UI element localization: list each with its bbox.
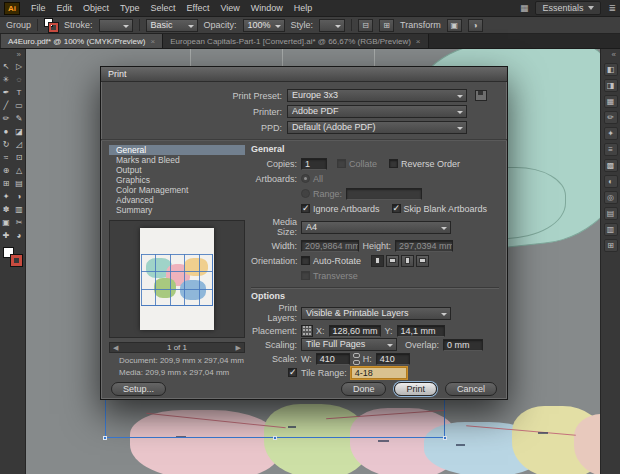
dialog-section-advanced[interactable]: Advanced xyxy=(109,195,245,205)
rotate-tool[interactable]: ↻ xyxy=(0,138,12,150)
height-input[interactable]: 297,0394 mm xyxy=(395,240,453,252)
preview-page[interactable] xyxy=(140,228,214,330)
menu-file[interactable]: File xyxy=(26,1,51,15)
scale-tool[interactable]: ◿ xyxy=(13,138,25,150)
scale-h-input[interactable]: 410 xyxy=(376,353,410,365)
document-tab-a4euro[interactable]: A4Euro.pdf* @ 100% (CMYK/Preview) × xyxy=(1,34,163,48)
previous-page-icon[interactable]: ◀ xyxy=(113,344,118,352)
menu-window[interactable]: Window xyxy=(246,1,288,15)
constrain-proportions-icon[interactable] xyxy=(353,353,360,365)
fill-stroke-proxy[interactable] xyxy=(44,18,58,32)
swatches-panel-icon[interactable]: ▦ xyxy=(604,95,618,108)
printer-dropdown[interactable]: Adobe PDF xyxy=(287,105,467,118)
transform-label[interactable]: Transform xyxy=(400,20,441,30)
graphic-styles-panel-icon[interactable]: ▤ xyxy=(604,207,618,220)
mesh-tool[interactable]: ⊞ xyxy=(0,177,12,189)
stroke-panel-icon[interactable]: ≡ xyxy=(604,143,618,156)
dialog-section-color-management[interactable]: Color Management xyxy=(109,185,245,195)
stroke-swatch[interactable] xyxy=(49,23,58,32)
symbols-panel-icon[interactable]: ✦ xyxy=(604,127,618,140)
align-icon[interactable]: ⊟ xyxy=(358,19,373,32)
free-transform-tool[interactable]: ⊡ xyxy=(13,151,25,163)
dialog-section-output[interactable]: Output xyxy=(109,165,245,175)
expand-panels-icon[interactable]: « xyxy=(608,50,620,60)
selection-tool[interactable]: ↖ xyxy=(0,60,12,72)
stroke-weight-dropdown[interactable] xyxy=(99,19,133,32)
menu-edit[interactable]: Edit xyxy=(52,1,78,15)
scaling-dropdown[interactable]: Tile Full Pages xyxy=(301,338,397,351)
done-button[interactable]: Done xyxy=(341,382,387,396)
type-tool[interactable]: T xyxy=(13,86,25,98)
scale-w-input[interactable]: 410 xyxy=(316,353,350,365)
eraser-tool[interactable]: ◪ xyxy=(13,125,25,137)
collate-checkbox[interactable] xyxy=(337,159,346,168)
blob-brush-tool[interactable]: ● xyxy=(0,125,12,137)
setup-button[interactable]: Setup... xyxy=(111,382,166,396)
reverse-order-checkbox[interactable] xyxy=(389,159,398,168)
close-tab-icon[interactable]: × xyxy=(151,37,156,46)
paintbrush-tool[interactable]: ✏ xyxy=(0,112,12,124)
zoom-tool[interactable]: ◕ xyxy=(13,229,25,241)
arrange-documents-icon[interactable]: ▦ xyxy=(520,3,529,13)
skip-blank-artboards-checkbox[interactable] xyxy=(392,204,401,213)
lasso-tool[interactable]: ◌ xyxy=(13,73,25,85)
artboards-range-input[interactable] xyxy=(346,188,422,200)
style-dropdown[interactable] xyxy=(319,19,345,32)
menu-object[interactable]: Object xyxy=(78,1,114,15)
orientation-portrait-icon[interactable] xyxy=(371,255,384,267)
ppd-dropdown[interactable]: Default (Adobe PDF) xyxy=(287,121,467,134)
isolate-icon[interactable]: ▣ xyxy=(447,19,462,32)
media-size-dropdown[interactable]: A4 xyxy=(301,221,451,234)
brush-dropdown[interactable]: Basic xyxy=(146,19,198,32)
collapse-tools-icon[interactable]: » xyxy=(13,50,25,60)
menu-type[interactable]: Type xyxy=(115,1,145,15)
brushes-panel-icon[interactable]: ✏ xyxy=(604,111,618,124)
color-guide-panel-icon[interactable]: ◨ xyxy=(604,79,618,92)
close-tab-icon[interactable]: × xyxy=(416,37,421,46)
next-page-icon[interactable]: ▶ xyxy=(236,344,241,352)
placement-y-input[interactable]: 14,1 mm xyxy=(397,325,445,337)
line-segment-tool[interactable]: ╱ xyxy=(0,99,12,111)
eyedropper-tool[interactable]: ✦ xyxy=(0,190,12,202)
dialog-section-marks-and-bleed[interactable]: Marks and Bleed xyxy=(109,155,245,165)
workspace-switcher[interactable]: Essentials xyxy=(535,1,601,15)
artboard-tool[interactable]: ▣ xyxy=(0,216,12,228)
selection-handle[interactable] xyxy=(443,436,447,440)
recolor-icon[interactable]: ◑ xyxy=(468,19,483,32)
print-button[interactable]: Print xyxy=(394,382,437,396)
column-graph-tool[interactable]: ▥ xyxy=(13,203,25,215)
color-panel-icon[interactable]: ◧ xyxy=(604,63,618,76)
symbol-sprayer-tool[interactable]: ✽ xyxy=(0,203,12,215)
orientation-landscape-icon[interactable] xyxy=(386,255,399,267)
dialog-section-general[interactable]: General xyxy=(109,145,245,155)
menu-help[interactable]: Help xyxy=(289,1,318,15)
dialog-section-summary[interactable]: Summary xyxy=(109,205,245,215)
dialog-titlebar[interactable]: Print xyxy=(101,67,507,82)
save-preset-icon[interactable] xyxy=(475,90,487,101)
transparency-panel-icon[interactable]: ◐ xyxy=(604,175,618,188)
orientation-landscape-reverse-icon[interactable] xyxy=(416,255,429,267)
pencil-tool[interactable]: ✎ xyxy=(13,112,25,124)
direct-selection-tool[interactable]: ▷ xyxy=(13,60,25,72)
cancel-button[interactable]: Cancel xyxy=(445,382,497,396)
perspective-grid-tool[interactable]: △ xyxy=(13,164,25,176)
overlap-input[interactable]: 0 mm xyxy=(443,339,483,351)
menu-select[interactable]: Select xyxy=(146,1,181,15)
fill-stroke-widget[interactable] xyxy=(3,247,22,266)
hand-tool[interactable]: ✚ xyxy=(0,229,12,241)
gradient-panel-icon[interactable]: ▩ xyxy=(604,159,618,172)
artboards-panel-icon[interactable]: ⊞ xyxy=(604,239,618,252)
app-logo-icon[interactable]: Ai xyxy=(4,2,20,15)
transverse-checkbox[interactable] xyxy=(301,271,310,280)
ignore-artboards-checkbox[interactable] xyxy=(301,204,310,213)
document-tab-european-capitals[interactable]: European Capitals-Part-1 [Converted].ai*… xyxy=(163,34,428,48)
rectangle-tool[interactable]: ▭ xyxy=(13,99,25,111)
orientation-portrait-reverse-icon[interactable] xyxy=(401,255,414,267)
layers-panel-icon[interactable]: ▥ xyxy=(604,223,618,236)
selection-handle[interactable] xyxy=(273,436,277,440)
menu-effect[interactable]: Effect xyxy=(182,1,215,15)
blend-tool[interactable]: ◑ xyxy=(13,190,25,202)
opacity-dropdown[interactable]: 100% xyxy=(243,19,285,32)
artboards-all-radio[interactable] xyxy=(301,174,310,183)
gradient-tool[interactable]: ▤ xyxy=(13,177,25,189)
